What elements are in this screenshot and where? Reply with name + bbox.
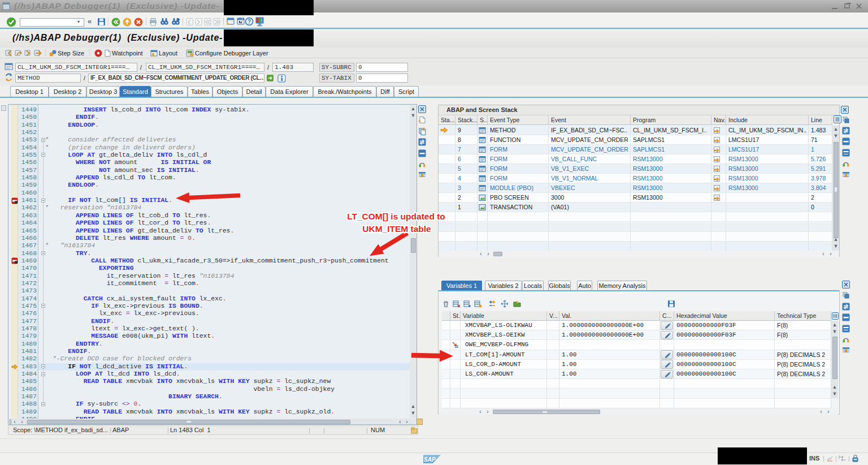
svg-text:UKM_ITEM table: UKM_ITEM table (362, 224, 431, 234)
svg-text:LT_COM[] is updated to: LT_COM[] is updated to (347, 212, 445, 221)
